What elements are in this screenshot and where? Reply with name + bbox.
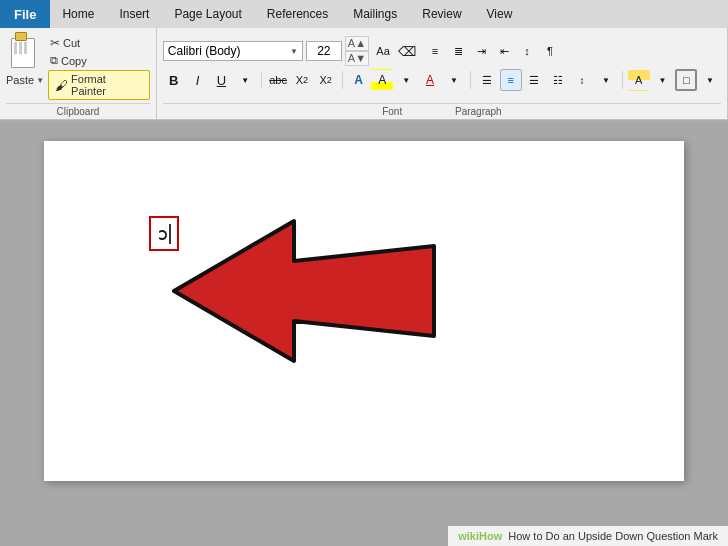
outdent-icon[interactable]: ⇤ <box>493 40 515 62</box>
align-center-button[interactable]: ≡ <box>500 69 522 91</box>
format-separator <box>261 71 262 89</box>
copy-label: Copy <box>61 55 87 67</box>
border-arrow[interactable]: ▼ <box>699 69 721 91</box>
bullet-list-icon[interactable]: ≡ <box>424 40 446 62</box>
tab-mailings[interactable]: Mailings <box>341 0 410 28</box>
bold-button[interactable]: B <box>163 69 185 91</box>
red-arrow <box>164 191 444 395</box>
ribbon: File Home Insert Page Layout References … <box>0 0 728 121</box>
tab-insert[interactable]: Insert <box>107 0 162 28</box>
subscript-button[interactable]: X2 <box>291 69 313 91</box>
font-size-display: 22 <box>317 44 330 58</box>
wiki-logo: wikiHow <box>458 530 502 542</box>
underline-color-arrow[interactable]: ▼ <box>234 69 256 91</box>
clipboard-label: Clipboard <box>6 103 150 119</box>
show-format-icon[interactable]: ¶ <box>539 40 561 62</box>
tab-file[interactable]: File <box>0 0 50 28</box>
tab-references[interactable]: References <box>255 0 341 28</box>
tab-review[interactable]: Review <box>410 0 474 28</box>
font-color-button[interactable]: A <box>419 69 441 91</box>
justify-button[interactable]: ☷ <box>547 69 569 91</box>
change-case-button[interactable]: Aa <box>372 40 394 62</box>
scissors-icon: ✂ <box>50 36 60 50</box>
clipboard-section: Paste ▼ ✂ Cut ⧉ Copy <box>0 28 157 119</box>
paste-label: Paste <box>6 74 34 86</box>
font-color-arrow[interactable]: ▼ <box>395 69 417 91</box>
font-shrink-button[interactable]: A▼ <box>345 51 369 66</box>
line-spacing-arrow[interactable]: ▼ <box>595 69 617 91</box>
italic-button[interactable]: I <box>187 69 209 91</box>
wikihow-bar: wikiHow How to Do an Upside Down Questio… <box>448 526 728 546</box>
font-name-selector[interactable]: Calibri (Body) ▼ <box>163 41 303 61</box>
shading-button[interactable]: A <box>628 69 650 91</box>
indent-icon[interactable]: ⇥ <box>470 40 492 62</box>
cut-button[interactable]: ✂ Cut <box>48 35 150 51</box>
shading-arrow[interactable]: ▼ <box>652 69 674 91</box>
paste-dropdown-icon[interactable]: ▼ <box>36 76 44 85</box>
svg-marker-0 <box>174 221 434 361</box>
tab-bar: File Home Insert Page Layout References … <box>0 0 728 28</box>
sort-icon[interactable]: ↕ <box>516 40 538 62</box>
paste-button[interactable]: Paste ▼ <box>6 32 44 86</box>
wiki-text: wiki <box>458 530 479 542</box>
border-button[interactable]: □ <box>675 69 697 91</box>
line-spacing-button[interactable]: ↕ <box>571 69 593 91</box>
tab-page-layout[interactable]: Page Layout <box>162 0 254 28</box>
font-section-label: Font Paragraph <box>163 103 721 119</box>
wiki-how-icon: How <box>479 530 502 542</box>
document-area: ɔ wikiHow How to Do an Upside Down Quest… <box>0 121 728 546</box>
strikethrough-button[interactable]: abc <box>267 69 289 91</box>
copy-button[interactable]: ⧉ Copy <box>48 53 150 68</box>
clear-format-button[interactable]: ⌫ <box>396 40 418 62</box>
text-effects-button[interactable]: A <box>348 69 370 91</box>
align-right-button[interactable]: ☰ <box>524 69 546 91</box>
wikihow-title: How to Do an Upside Down Question Mark <box>508 530 718 542</box>
align-left-button[interactable]: ☰ <box>476 69 498 91</box>
superscript-button[interactable]: X2 <box>315 69 337 91</box>
shading-separator <box>622 71 623 89</box>
font-label: Font <box>382 106 402 117</box>
font-grow-button[interactable]: A▲ <box>345 36 369 51</box>
document-page[interactable]: ɔ <box>44 141 684 481</box>
font-name-display: Calibri (Body) <box>168 44 241 58</box>
underline-button[interactable]: U <box>210 69 232 91</box>
cut-label: Cut <box>63 37 80 49</box>
font-size-selector[interactable]: 22 <box>306 41 342 61</box>
font-section: Calibri (Body) ▼ 22 A▲ A▼ Aa <box>157 28 728 119</box>
small-clipboard-btns: ✂ Cut ⧉ Copy 🖌 Format Painter <box>48 32 150 101</box>
format-painter-button[interactable]: 🖌 Format Painter <box>48 70 150 100</box>
numbered-list-icon[interactable]: ≣ <box>447 40 469 62</box>
text-highlight-button[interactable]: A <box>371 69 393 91</box>
tab-view[interactable]: View <box>475 0 526 28</box>
format-separator2 <box>342 71 343 89</box>
painter-icon: 🖌 <box>55 78 68 93</box>
para-separator <box>470 71 471 89</box>
font-size-arrows[interactable]: A▲ A▼ <box>345 36 369 66</box>
paragraph-label: Paragraph <box>455 106 502 117</box>
font-color2-arrow[interactable]: ▼ <box>443 69 465 91</box>
tab-home[interactable]: Home <box>50 0 107 28</box>
copy-icon: ⧉ <box>50 54 58 67</box>
font-name-dropdown-icon: ▼ <box>290 47 298 56</box>
format-painter-label: Format Painter <box>71 73 143 97</box>
